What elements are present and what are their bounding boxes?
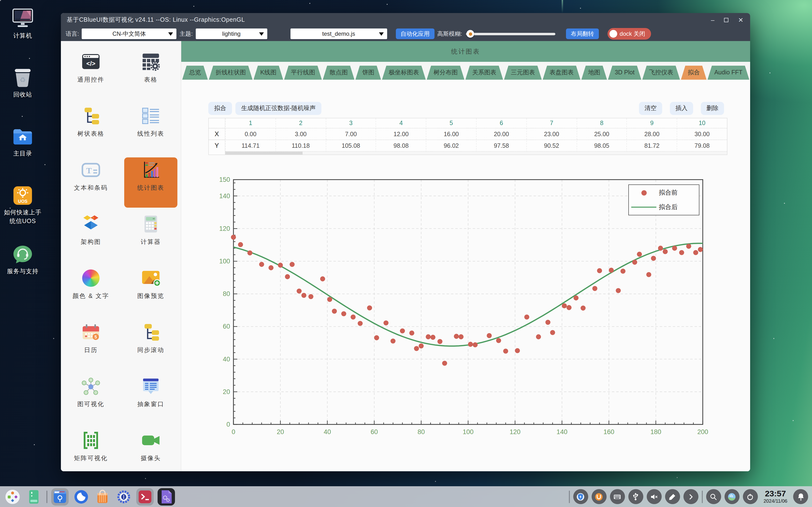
sidebar-item-tree[interactable]: 树状表格 <box>64 103 117 154</box>
x-value-cell[interactable]: 0.00 <box>226 128 275 139</box>
tab-line-bar[interactable]: 折线柱状图 <box>209 66 253 80</box>
generate-data-button[interactable]: 生成随机正弦数据-随机噪声 <box>236 102 321 115</box>
x-value-cell[interactable]: 12.00 <box>376 128 426 139</box>
tab-3d-plot[interactable]: 3D Plot <box>608 66 642 80</box>
y-value-cell[interactable]: 96.02 <box>426 139 476 151</box>
sidebar-item-list[interactable]: 线性列表 <box>124 103 177 154</box>
taskbar-app-store[interactable] <box>94 488 111 505</box>
taskbar-launchpad[interactable] <box>25 488 43 505</box>
sidebar-item-graph-viz[interactable]: 图可视化 <box>64 374 117 424</box>
x-value-cell[interactable]: 28.00 <box>627 128 677 139</box>
y-value-cell[interactable]: 97.58 <box>476 139 526 151</box>
table-column: 4 12.00 98.08 <box>376 118 426 155</box>
tab-polar[interactable]: 极坐标图表 <box>382 66 426 80</box>
tab-ternary[interactable]: 三元图表 <box>504 66 542 80</box>
layout-flip-button[interactable]: 布局翻转 <box>566 29 599 39</box>
desktop-icon-uos-guide[interactable]: UOS 如何快速上手统信UOS <box>1 184 44 226</box>
script-select[interactable]: test_demo.js <box>290 29 387 39</box>
tab-map[interactable]: 地图 <box>581 66 607 80</box>
sidebar-item-stats-chart[interactable]: 统计图表 <box>124 157 177 208</box>
tray-search[interactable] <box>706 489 721 504</box>
sidebar-item-label: 计算器 <box>141 238 161 246</box>
y-value-cell[interactable]: 79.08 <box>677 139 727 151</box>
desktop-icon-computer[interactable]: 计算机 <box>1 8 44 40</box>
tray-pen-tool[interactable] <box>665 489 680 504</box>
x-value-cell[interactable]: 16.00 <box>426 128 476 139</box>
minimize-button[interactable]: – <box>711 17 714 23</box>
tab-kline[interactable]: K线图 <box>254 66 283 80</box>
y-value-cell[interactable]: 110.18 <box>276 139 326 151</box>
tray-bell[interactable] <box>793 489 808 504</box>
y-value-cell[interactable]: 114.71 <box>226 139 275 151</box>
sidebar-item-color-text[interactable]: 颜色 & 文字 <box>64 266 117 316</box>
y-value-cell[interactable]: 98.05 <box>577 139 627 151</box>
x-value-cell[interactable]: 23.00 <box>527 128 576 139</box>
taskbar-browser[interactable] <box>72 488 90 505</box>
y-value-cell[interactable]: 105.08 <box>326 139 376 151</box>
tab-fit[interactable]: 拟合 <box>681 66 707 80</box>
taskbar-dev-tool[interactable] <box>158 488 175 505</box>
sidebar-item-text-barcode[interactable]: T 文本和条码 <box>64 157 117 208</box>
x-value-cell[interactable]: 7.00 <box>326 128 376 139</box>
tab-pie[interactable]: 饼图 <box>355 66 381 80</box>
tray-usb[interactable] <box>628 489 643 504</box>
y-value-cell[interactable]: 90.52 <box>527 139 576 151</box>
table-scrollbar-thumb[interactable] <box>225 152 303 155</box>
desktop-icon-trash[interactable]: ♻ 回收站 <box>1 67 44 99</box>
control-center-icon <box>116 489 132 504</box>
dock-toggle[interactable]: dock 关闭 <box>608 28 651 40</box>
sidebar-item-calculator[interactable]: 计算器 <box>124 212 177 262</box>
insert-button[interactable]: 插入 <box>670 102 693 115</box>
auto-apply-button[interactable]: 自动化应用 <box>396 29 434 39</box>
close-button[interactable]: ✕ <box>738 17 743 23</box>
x-value-cell[interactable]: 20.00 <box>476 128 526 139</box>
tray-chevron-right[interactable] <box>683 489 698 504</box>
tray-security-shield[interactable] <box>573 489 588 504</box>
taskbar-launcher[interactable] <box>4 488 21 505</box>
tray-power[interactable] <box>743 489 758 504</box>
tab-treemap[interactable]: 树分布图 <box>427 66 464 80</box>
tray-volume-muted[interactable] <box>647 489 661 504</box>
gaussian-blur-slider[interactable] <box>466 30 555 38</box>
sidebar-item-sync-scroll[interactable]: 同步滚动 <box>124 320 177 370</box>
tab-audio-fft[interactable]: Audio FFT <box>708 66 749 80</box>
x-value-cell[interactable]: 25.00 <box>577 128 627 139</box>
taskbar-clock[interactable]: 23:57 2024/11/06 <box>763 490 788 504</box>
theme-select[interactable]: lighting <box>196 29 267 39</box>
sidebar-item-architecture[interactable]: 架构图 <box>64 212 117 262</box>
sidebar-item-matrix-viz[interactable]: 矩阵可视化 <box>64 428 117 471</box>
desktop-icon-support[interactable]: 服务与支持 <box>1 243 44 276</box>
delete-button[interactable]: 删除 <box>701 102 724 115</box>
slider-handle[interactable] <box>466 30 474 38</box>
sidebar-item-image-preview[interactable]: 图像预览 <box>124 266 177 316</box>
tab-overview[interactable]: 总览 <box>182 66 208 80</box>
sidebar-item-calendar[interactable]: 5 日历 <box>64 320 117 370</box>
clear-button[interactable]: 清空 <box>639 102 662 115</box>
taskbar-terminal[interactable] <box>136 488 154 505</box>
tab-relation[interactable]: 关系图表 <box>465 66 503 80</box>
taskbar-file-manager[interactable] <box>51 488 69 505</box>
sidebar-item-table-gear[interactable]: 表格 <box>124 49 177 100</box>
y-value-cell[interactable]: 81.72 <box>627 139 677 151</box>
sidebar-item-code-window[interactable]: </> 通用控件 <box>64 49 117 100</box>
sidebar-item-camera[interactable]: 摄像头 <box>124 428 177 471</box>
taskbar-control-center[interactable] <box>115 488 133 505</box>
tab-flight-hud[interactable]: 飞控仪表 <box>642 66 680 80</box>
y-value-cell[interactable]: 98.08 <box>376 139 426 151</box>
tray-keyboard[interactable] <box>610 489 625 504</box>
tray-updater[interactable] <box>591 489 606 504</box>
desktop-icon-home-folder[interactable]: 主目录 <box>1 125 44 158</box>
tab-gauge[interactable]: 表盘图表 <box>543 66 580 80</box>
tab-scatter[interactable]: 散点图 <box>323 66 355 80</box>
language-select[interactable]: CN-中文简体 <box>82 29 176 39</box>
x-value-cell[interactable]: 30.00 <box>677 128 727 139</box>
x-value-cell[interactable]: 3.00 <box>276 128 326 139</box>
svg-text:UOS: UOS <box>18 199 27 204</box>
table-scrollbar[interactable] <box>225 151 727 155</box>
tray-weather[interactable] <box>724 489 739 504</box>
sidebar-item-abstract-window[interactable]: 抽象窗口 <box>124 374 177 424</box>
fit-button[interactable]: 拟合 <box>208 102 232 115</box>
tab-parallel[interactable]: 平行线图 <box>284 66 322 80</box>
window-titlebar[interactable]: 基于CBlueUI数据可视化 v24.11 --OS: Linux --Grap… <box>61 13 750 26</box>
maximize-button[interactable] <box>724 18 728 22</box>
